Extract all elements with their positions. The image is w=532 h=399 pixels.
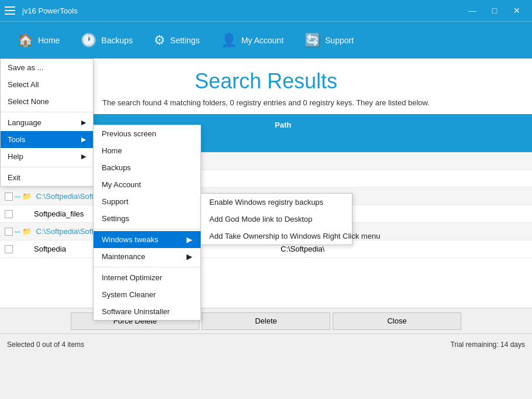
menu-divider (1, 112, 93, 112)
arrow-icon: ▶ (186, 235, 192, 244)
home-icon: 🏠 (18, 33, 33, 48)
maximize-button[interactable]: □ (484, 0, 505, 21)
nav-settings-label: Settings (170, 36, 200, 45)
tools-settings[interactable]: Settings (94, 210, 201, 227)
settings-icon: ⚙ (154, 33, 165, 48)
nav-my-account[interactable]: 👤 My Account (210, 22, 294, 59)
app-title: jv16 PowerTools (22, 6, 462, 15)
main-menu: Save as ... Select All Select None Langu… (0, 59, 94, 187)
tools-support[interactable]: Support (94, 193, 201, 210)
nav-backups-label: Backups (101, 36, 133, 45)
nav-bar: 🏠 Home 🕐 Backups ⚙ Settings 👤 My Account… (0, 21, 532, 59)
tools-submenu: Previous screen Home Backups My Account … (93, 125, 201, 321)
nav-settings[interactable]: ⚙ Settings (143, 22, 210, 59)
menu-help[interactable]: Help ▶ (1, 148, 93, 165)
tweak-god-mode[interactable]: Add God Mode link to Desktop (201, 211, 352, 228)
submenu-divider-2 (94, 267, 201, 267)
tweak-take-ownership[interactable]: Add Take Ownership to Windows Right Clic… (201, 228, 352, 245)
tools-backups[interactable]: Backups (94, 159, 201, 176)
tools-windows-tweaks[interactable]: Windows tweaks ▶ (94, 231, 201, 248)
account-icon: 👤 (221, 33, 237, 48)
nav-backups[interactable]: 🕐 Backups (70, 22, 143, 59)
tools-home[interactable]: Home (94, 142, 201, 159)
menu-divider-2 (1, 167, 93, 167)
support-icon: 🔄 (305, 33, 320, 48)
tools-maintenance[interactable]: Maintenance ▶ (94, 248, 201, 265)
nav-home-label: Home (38, 36, 60, 45)
menu-tools[interactable]: Tools ▶ (1, 131, 93, 148)
menu-save-as[interactable]: Save as ... (1, 59, 93, 76)
close-window-button[interactable]: ✕ (506, 0, 527, 21)
dropdown-overlay[interactable]: Save as ... Select All Select None Langu… (0, 59, 532, 355)
nav-support-label: Support (325, 36, 354, 45)
arrow-icon: ▶ (81, 153, 86, 160)
menu-exit[interactable]: Exit (1, 169, 93, 186)
tweaks-submenu: Enable Windows registry backups Add God … (201, 193, 353, 245)
title-bar: jv16 PowerTools — □ ✕ (0, 0, 532, 21)
tools-software-uninstaller[interactable]: Software Uninstaller (94, 303, 201, 320)
nav-home[interactable]: 🏠 Home (7, 22, 70, 59)
submenu-divider (94, 229, 201, 229)
arrow-icon: ▶ (186, 252, 192, 261)
menu-language[interactable]: Language ▶ (1, 114, 93, 131)
tools-system-cleaner[interactable]: System Cleaner (94, 286, 201, 303)
nav-account-label: My Account (241, 36, 284, 45)
hamburger-menu-icon[interactable] (5, 4, 18, 17)
menu-select-all[interactable]: Select All (1, 76, 93, 93)
arrow-icon: ▶ (81, 136, 86, 143)
tools-previous-screen[interactable]: Previous screen (94, 125, 201, 142)
minimize-button[interactable]: — (462, 0, 483, 21)
window-controls: — □ ✕ (462, 0, 527, 21)
tweak-registry-backups[interactable]: Enable Windows registry backups (201, 194, 352, 211)
tools-internet-optimizer[interactable]: Internet Optimizer (94, 269, 201, 286)
backups-icon: 🕐 (81, 33, 96, 48)
nav-support[interactable]: 🔄 Support (294, 22, 364, 59)
arrow-icon: ▶ (81, 119, 86, 126)
content-area: Search Results The search found 4 matchi… (0, 59, 532, 355)
menu-select-none[interactable]: Select None (1, 93, 93, 110)
tools-my-account[interactable]: My Account (94, 176, 201, 193)
